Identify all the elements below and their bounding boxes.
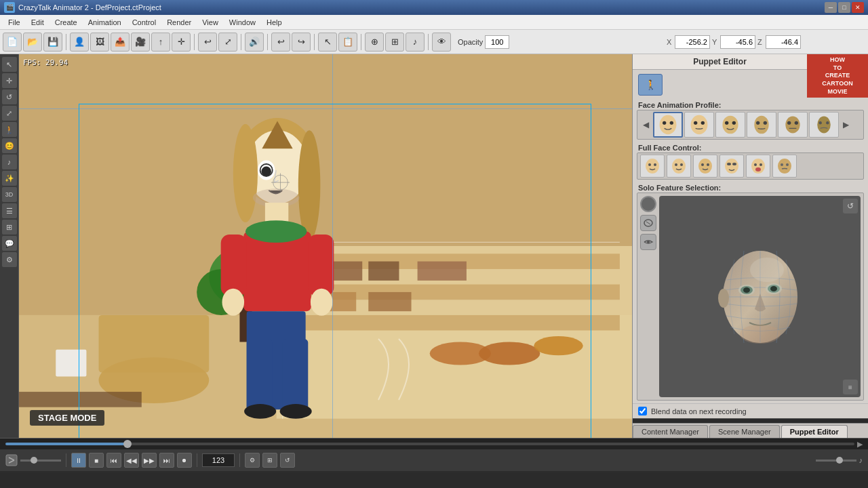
settings-button[interactable]: ⚙ [245,453,260,468]
curve-right-button[interactable]: ↪ [292,33,311,52]
tab-content-manager[interactable]: Content Manager [633,425,708,438]
next-frame-button[interactable]: ⏭ [159,453,174,468]
x-label: X [667,38,673,46]
full-face-ctrl-6[interactable] [772,155,797,178]
new-project-button[interactable]: 📄 [3,33,22,52]
left-toolbar: ↖ ✛ ↺ ⤢ 🚶 😊 ♪ ✨ 3D ☰ ⊞ 💬 ⚙ [0,54,19,438]
canvas-area[interactable]: FPS: 29.94 STAGE MODE [19,54,632,438]
lt-move-btn[interactable]: ✛ [2,73,17,88]
lt-effect-btn[interactable]: ✨ [2,171,17,186]
track-button[interactable]: ⊞ [385,33,404,52]
full-face-ctrl-1[interactable] [640,155,665,178]
minimize-button[interactable]: ─ [825,2,837,13]
pause-button[interactable]: ⏸ [71,453,86,468]
menu-file[interactable]: File [3,17,26,28]
solo-btn-2[interactable] [640,215,656,231]
lt-group-btn[interactable]: ⊞ [2,220,17,235]
frame-number-input[interactable] [202,453,235,467]
open-button[interactable]: 📂 [23,33,42,52]
y-input[interactable] [720,35,755,49]
transform-button[interactable]: ⤢ [218,33,237,52]
pick-button[interactable]: ⊕ [365,33,384,52]
face-thumb-6[interactable] [809,112,839,138]
prev-frame-button[interactable]: ◀◀ [124,453,139,468]
lt-music-btn[interactable]: ♪ [2,155,17,169]
lt-list-btn[interactable]: ☰ [2,203,17,218]
export-button[interactable]: 📤 [111,33,130,52]
coord-fields: X Y Z [667,35,801,49]
face-profile-prev[interactable]: ◀ [640,119,652,131]
toolbar-sep-2 [194,34,195,50]
menu-view[interactable]: View [197,17,224,28]
puppet-person-icon[interactable]: 🚶 [638,74,663,96]
lt-chat-btn[interactable]: 💬 [2,236,17,251]
lt-person-btn[interactable]: 🚶 [2,122,17,137]
timeline-scrubber[interactable] [5,443,854,445]
loop-button[interactable]: ↺ [280,453,295,468]
lt-set-btn[interactable]: ⚙ [2,252,17,267]
scene-button[interactable]: 🖼 [90,33,109,52]
full-face-ctrl-2[interactable] [667,155,691,178]
opacity-input[interactable] [485,35,509,49]
svg-point-76 [707,163,709,166]
tab-scene-manager[interactable]: Scene Manager [709,425,780,438]
menu-animation[interactable]: Animation [83,17,127,28]
blend-checkbox[interactable] [638,407,647,415]
sound-button[interactable]: ♪ [406,33,425,52]
face-thumb-4[interactable] [747,112,776,138]
speed-slider[interactable] [20,460,61,462]
camera-button[interactable]: 🎥 [131,33,150,52]
lt-select-btn[interactable]: ↖ [2,57,17,72]
full-face-ctrl-4[interactable] [719,155,744,178]
x-input[interactable] [675,35,710,49]
go-start-button[interactable]: ⏮ [106,453,121,468]
stage-button[interactable]: ↑ [151,33,170,52]
svg-rect-10 [368,292,411,311]
eye-button[interactable]: 👁 [432,33,451,52]
volume-slider[interactable] [816,460,856,462]
lt-face-btn[interactable]: 😊 [2,138,17,153]
copy-button[interactable]: 📋 [338,33,357,52]
audio-button[interactable]: 🔊 [245,33,264,52]
menu-control[interactable]: Control [127,17,161,28]
record-button[interactable]: ⏺ [177,453,192,468]
stop-button[interactable]: ■ [89,453,104,468]
solo-btn-1[interactable] [640,196,656,212]
face-profile-next[interactable]: ▶ [840,119,852,131]
grid-button[interactable]: ⊞ [262,453,277,468]
face-thumb-3[interactable] [715,112,745,138]
face-thumb-5[interactable] [778,112,808,138]
import-button[interactable]: 👤 [70,33,89,52]
face-thumb-2[interactable] [684,112,714,138]
stage[interactable]: FPS: 29.94 STAGE MODE [19,54,632,438]
list-button[interactable]: ≡ [843,380,858,394]
curve-left-button[interactable]: ↩ [271,33,290,52]
svg-point-52 [670,121,673,125]
svg-point-89 [647,241,650,243]
menu-edit[interactable]: Edit [26,17,50,28]
save-button[interactable]: 💾 [43,33,62,52]
full-face-ctrl-3[interactable] [693,155,717,178]
reset-head-button[interactable]: ↺ [843,199,858,214]
lt-rotate-btn[interactable]: ↺ [2,89,17,104]
undo-button[interactable]: ↩ [198,33,217,52]
close-button[interactable]: ✕ [852,2,864,13]
menu-create[interactable]: Create [50,17,83,28]
face-thumb-1[interactable] [653,112,683,138]
full-face-ctrl-5[interactable] [746,155,770,178]
lt-scale-btn[interactable]: ⤢ [2,106,17,121]
move-button[interactable]: ✛ [172,33,191,52]
lt-3d-btn[interactable]: 3D [2,187,17,202]
play-button[interactable]: ▶▶ [142,453,157,468]
solo-btn-3[interactable] [640,234,656,250]
menu-render[interactable]: Render [161,17,197,28]
z-input[interactable] [766,35,801,49]
maximize-button[interactable]: □ [838,2,850,13]
svg-point-54 [694,121,697,125]
howto-banner[interactable]: HOWTOCREATECARTOONMOVIE [807,54,868,98]
menu-help[interactable]: Help [261,17,288,28]
menu-window[interactable]: Window [224,17,261,28]
blend-row: Blend data on next recording [633,403,868,418]
tab-puppet-editor[interactable]: Puppet Editor [781,425,848,438]
select-button[interactable]: ↖ [318,33,337,52]
